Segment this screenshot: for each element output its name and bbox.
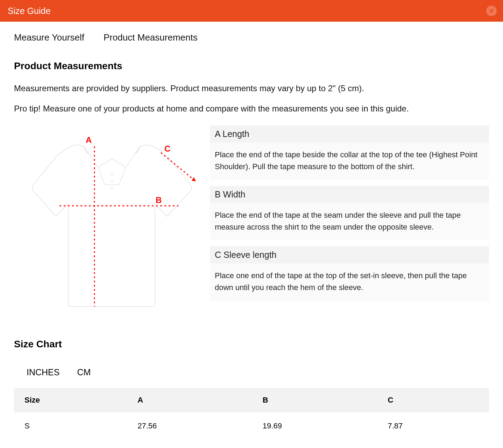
- size-chart-title: Size Chart: [14, 339, 489, 350]
- modal-header: Size Guide: [0, 0, 503, 22]
- unit-tab-cm[interactable]: CM: [77, 367, 91, 377]
- definition-a-title: A Length: [210, 125, 489, 143]
- definition-c: C Sleeve length Place one end of the tap…: [210, 246, 489, 301]
- col-b: B: [252, 388, 377, 412]
- section-title: Product Measurements: [14, 60, 489, 72]
- table-header-row: Size A B C: [14, 388, 489, 412]
- definition-b: B Width Place the end of the tape at the…: [210, 186, 489, 240]
- size-guide-modal: Size Guide Measure Yourself Product Meas…: [0, 0, 503, 448]
- col-a: A: [127, 388, 252, 412]
- tab-product-measurements[interactable]: Product Measurements: [104, 32, 198, 43]
- modal-title: Size Guide: [8, 6, 50, 16]
- definition-a: A Length Place the end of the tape besid…: [210, 125, 489, 180]
- col-c: C: [377, 388, 489, 412]
- measurement-row: A C B A Length Place the end of the tape…: [14, 125, 489, 314]
- cell-a: 27.56: [127, 412, 252, 440]
- definitions: A Length Place the end of the tape besid…: [210, 125, 489, 307]
- diagram-label-c: C: [164, 144, 170, 153]
- size-table: Size A B C S 27.56 19.69 7.87: [14, 388, 489, 440]
- definition-b-title: B Width: [210, 186, 489, 203]
- unit-tab-inches[interactable]: INCHES: [27, 367, 59, 377]
- intro-text-1: Measurements are provided by suppliers. …: [14, 82, 489, 95]
- svg-point-2: [111, 187, 113, 189]
- diagram-label-a: A: [86, 135, 92, 145]
- svg-marker-6: [192, 177, 196, 181]
- close-icon: [489, 8, 494, 14]
- cell-b: 19.69: [252, 412, 377, 440]
- tab-measure-yourself[interactable]: Measure Yourself: [14, 32, 84, 43]
- shirt-svg: A C B: [14, 125, 196, 314]
- shirt-diagram: A C B: [14, 125, 196, 314]
- close-button[interactable]: [486, 6, 497, 16]
- col-size: Size: [14, 388, 127, 412]
- definition-a-body: Place the end of the tape beside the col…: [210, 143, 489, 180]
- unit-tabs: INCHES CM: [14, 367, 489, 377]
- svg-point-1: [111, 180, 113, 182]
- cell-c: 7.87: [377, 412, 489, 440]
- modal-body: Measure Yourself Product Measurements Pr…: [0, 22, 503, 448]
- tabs: Measure Yourself Product Measurements: [14, 22, 489, 53]
- diagram-label-b: B: [156, 195, 162, 205]
- cell-size: S: [14, 412, 127, 440]
- table-row: S 27.56 19.69 7.87: [14, 412, 489, 440]
- definition-b-body: Place the end of the tape at the seam un…: [210, 203, 489, 240]
- intro-text-2: Pro tip! Measure one of your products at…: [14, 102, 489, 115]
- svg-point-0: [111, 173, 113, 175]
- definition-c-title: C Sleeve length: [210, 246, 489, 263]
- definition-c-body: Place one end of the tape at the top of …: [210, 263, 489, 301]
